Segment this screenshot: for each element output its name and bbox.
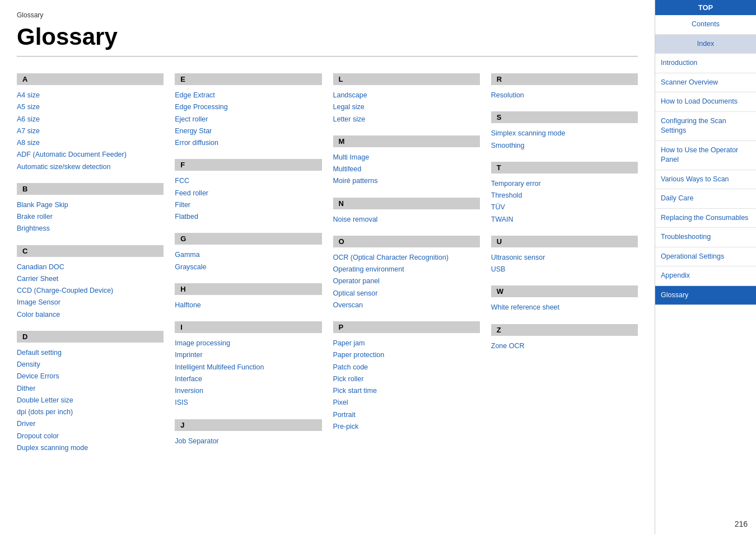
glossary-link[interactable]: ADF (Automatic Document Feeder) [17,149,164,161]
glossary-link[interactable]: Resolution [491,90,638,101]
section-letter-w: W [491,285,638,297]
glossary-link[interactable]: Energy Star [175,125,321,137]
glossary-link[interactable]: Interface [175,373,321,385]
glossary-link[interactable]: Brake roller [17,211,164,223]
glossary-link[interactable]: Blank Page Skip [17,199,164,211]
sidebar-item-daily-care[interactable]: Daily Care [655,189,756,209]
sidebar-item-configuring-scan-settings[interactable]: Configuring the Scan Settings [655,112,756,141]
glossary-link[interactable]: FCC [175,175,321,187]
glossary-link[interactable]: Moiré patterns [333,175,480,187]
sidebar-item-introduction[interactable]: Introduction [655,54,756,73]
glossary-link[interactable]: Eject roller [175,114,321,125]
glossary-link[interactable]: Ultrasonic sensor [491,252,638,264]
sidebar-item-how-to-load-documents[interactable]: How to Load Documents [655,92,756,112]
glossary-link[interactable]: Feed roller [175,188,321,199]
section-letter-u: U [491,236,638,247]
glossary-link[interactable]: Legal size [333,101,480,113]
glossary-link[interactable]: Paper jam [333,338,480,349]
glossary-link[interactable]: Image processing [175,338,321,349]
glossary-link[interactable]: A7 size [17,125,164,137]
glossary-link[interactable]: Double Letter size [17,395,164,406]
sidebar-item-replacing-consumables[interactable]: Replacing the Consumables [655,209,756,228]
glossary-link[interactable]: A4 size [17,90,164,101]
glossary-link[interactable]: Paper protection [333,349,480,361]
glossary-link[interactable]: Zone OCR [491,340,638,352]
glossary-link[interactable]: Multifeed [333,163,480,175]
glossary-link[interactable]: Image Sensor [17,297,164,308]
sidebar-item-index[interactable]: Index [655,35,756,54]
glossary-link[interactable]: Operator panel [333,275,480,287]
glossary-link[interactable]: Brightness [17,223,164,235]
glossary-link[interactable]: Flatbed [175,211,321,223]
glossary-link[interactable]: Dropout color [17,430,164,442]
section-letter-p: P [333,321,480,333]
glossary-link[interactable]: Filter [175,199,321,211]
glossary-link[interactable]: Dither [17,383,164,395]
glossary-link[interactable]: OCR (Optical Character Recognition) [333,252,480,264]
sidebar-item-glossary[interactable]: Glossary [655,286,756,306]
glossary-section-i: IImage processingImprinterIntelligent Mu… [175,321,321,409]
glossary-link[interactable]: dpi (dots per inch) [17,406,164,418]
glossary-link[interactable]: Edge Processing [175,101,321,113]
glossary-link[interactable]: Patch code [333,362,480,373]
glossary-section-p: PPaper jamPaper protectionPatch codePick… [333,321,480,433]
glossary-link[interactable]: Threshold [491,190,638,202]
glossary-link[interactable]: Portrait [333,409,480,421]
sidebar-item-appendix[interactable]: Appendix [655,266,756,286]
glossary-link[interactable]: Multi Image [333,152,480,163]
glossary-link[interactable]: Duplex scanning mode [17,442,164,454]
glossary-link[interactable]: CCD (Charge-Coupled Device) [17,285,164,297]
glossary-link[interactable]: Job Separator [175,435,321,447]
glossary-link[interactable]: Pick roller [333,373,480,385]
glossary-link[interactable]: ISIS [175,397,321,409]
glossary-link[interactable]: Pre-pick [333,421,480,433]
glossary-link[interactable]: TÜV [491,202,638,213]
glossary-link[interactable]: Color balance [17,309,164,321]
glossary-link[interactable]: Gamma [175,249,321,261]
glossary-link[interactable]: A8 size [17,137,164,149]
glossary-link[interactable]: Optical sensor [333,288,480,299]
sidebar-item-how-to-use-operator-panel[interactable]: How to Use the Operator Panel [655,141,756,170]
glossary-link[interactable]: Grayscale [175,261,321,273]
glossary-link[interactable]: Canadian DOC [17,261,164,273]
glossary-link[interactable]: Inversion [175,385,321,397]
glossary-link[interactable]: Density [17,359,164,371]
sidebar-top-button[interactable]: TOP [655,0,756,15]
glossary-section-j: JJob Separator [175,419,321,447]
glossary-section-a: AA4 sizeA5 sizeA6 sizeA7 sizeA8 sizeADF … [17,73,164,173]
glossary-link[interactable]: Driver [17,418,164,430]
glossary-link[interactable]: Pick start time [333,385,480,397]
sidebar-item-scanner-overview[interactable]: Scanner Overview [655,73,756,93]
glossary-link[interactable]: Overscan [333,299,480,311]
glossary-link[interactable]: Simplex scanning mode [491,128,638,139]
glossary-link[interactable]: A5 size [17,101,164,113]
glossary-link[interactable]: White reference sheet [491,302,638,313]
glossary-link[interactable]: Imprinter [175,349,321,361]
glossary-link[interactable]: Halftone [175,299,321,311]
glossary-link[interactable]: Error diffusion [175,137,321,149]
glossary-section-w: WWhite reference sheet [491,285,638,313]
glossary-link[interactable]: Default setting [17,347,164,359]
sidebar-item-various-ways-to-scan[interactable]: Various Ways to Scan [655,170,756,190]
glossary-section-b: BBlank Page SkipBrake rollerBrightness [17,183,164,235]
sidebar-item-operational-settings[interactable]: Operational Settings [655,247,756,267]
glossary-link[interactable]: Intelligent Multifeed Function [175,362,321,373]
glossary-link[interactable]: A6 size [17,114,164,125]
glossary-link[interactable]: Device Errors [17,371,164,382]
glossary-link[interactable]: Temporary error [491,178,638,190]
glossary-link[interactable]: Operating environment [333,264,480,275]
glossary-link[interactable]: Edge Extract [175,90,321,101]
glossary-link[interactable]: Smoothing [491,140,638,152]
glossary-link[interactable]: Letter size [333,114,480,125]
glossary-section-f: FFCCFeed rollerFilterFlatbed [175,159,321,223]
sidebar-item-contents[interactable]: Contents [655,15,756,35]
glossary-link[interactable]: Pixel [333,397,480,409]
sidebar-item-troubleshooting[interactable]: Troubleshooting [655,228,756,247]
glossary-link[interactable]: Landscape [333,90,480,101]
glossary-link[interactable]: Carrier Sheet [17,273,164,285]
glossary-link[interactable]: Automatic size/skew detection [17,161,164,173]
glossary-link[interactable]: TWAIN [491,214,638,226]
section-letter-c: C [17,245,164,257]
glossary-link[interactable]: USB [491,264,638,275]
glossary-link[interactable]: Noise removal [333,214,480,226]
